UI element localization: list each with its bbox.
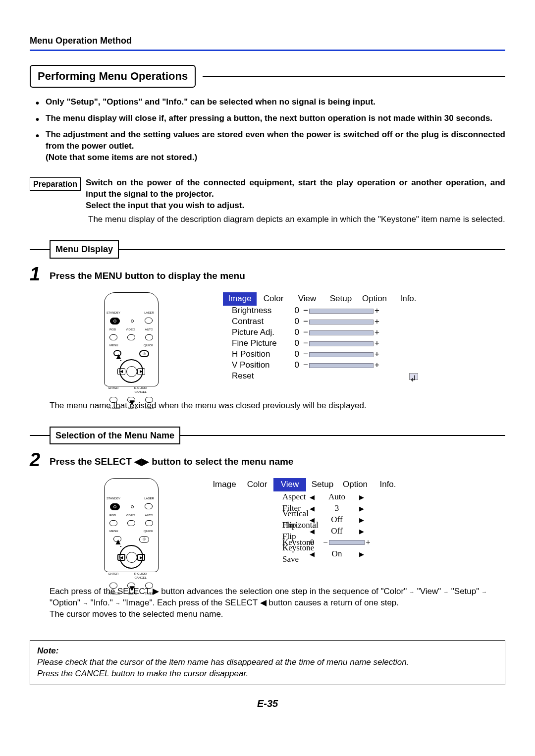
arrow-icon: →: [443, 589, 449, 595]
section-heading: Performing Menu Operations: [30, 65, 505, 88]
menu-item-label: Contrast: [223, 316, 287, 327]
btn-label-laser: LASER: [140, 311, 158, 315]
menu-item-value: On: [322, 548, 352, 560]
btn-label-freeze: FREEZE: [108, 592, 120, 595]
rule: [30, 435, 50, 436]
triangle-right-icon: ▶: [142, 456, 149, 467]
menu-item-value: Auto: [322, 491, 352, 503]
step-instruction: Press the SELECT ◀▶ button to select the…: [50, 450, 293, 468]
minus-icon: −: [302, 349, 309, 360]
plus-icon: +: [374, 338, 380, 349]
menu-item-label: Reset: [223, 371, 287, 382]
triangle-right-icon: [352, 548, 372, 560]
menu-item-value: 0: [287, 305, 302, 317]
menu-tab-color: Color: [241, 478, 273, 491]
menu-tab-image: Image: [223, 292, 257, 306]
auto-button-icon: [145, 334, 153, 340]
slider-icon: [309, 341, 374, 347]
menu-item-row: Picture Adj.0−+: [223, 327, 425, 338]
slider-icon: [309, 352, 374, 358]
subsection-selection-menu-name: Selection of the Menu Name: [30, 427, 505, 444]
menu-items: AspectAuto Filter3 Vertical FlipOff Hori…: [208, 491, 404, 560]
standby-button-icon: [110, 503, 120, 510]
btn-label-rclick: R-CLICK/: [126, 386, 155, 390]
text-fragment: "Setup": [449, 587, 482, 596]
btn-label-laser: LASER: [140, 496, 158, 500]
triangle-left-icon: ◀: [134, 456, 142, 467]
menu-tab-setup: Setup: [306, 478, 339, 491]
btn-label-cancel: CANCEL: [126, 576, 155, 580]
triangle-right-icon: [352, 526, 372, 537]
illustration-row-2: STANDBYLASER RGBVIDEOAUTO MENUQUICK ▲◎ ◀…: [104, 478, 505, 572]
plus-icon: +: [374, 305, 380, 317]
btn-label-video: VIDEO: [126, 513, 135, 517]
minus-icon: −: [302, 360, 309, 371]
note-line: Press the CANCEL button to make the curs…: [37, 668, 498, 680]
bullet-sub-note: (Note that some items are not stored.): [46, 153, 197, 162]
arrow-icon: →: [482, 589, 487, 595]
menu-item-row: Horizontal FlipOff: [208, 526, 404, 537]
dpad-right-icon: ▶: [137, 368, 145, 375]
menu-tab-image: Image: [208, 478, 241, 491]
cancel-button-icon: [145, 397, 153, 403]
menu-item-row: Contrast0−+: [223, 317, 425, 327]
menu-tab-info: Info.: [372, 478, 404, 491]
arrow-icon: →: [409, 589, 415, 595]
indicator-icon: [131, 505, 134, 508]
slider-icon: [309, 330, 374, 336]
text-fragment: "View": [415, 587, 443, 596]
prep-line3: The menu display of the description diag…: [88, 214, 505, 225]
preparation-label: Preparation: [30, 177, 81, 191]
triangle-right-icon: [352, 491, 372, 503]
btn-label-quick: QUICK: [131, 343, 158, 347]
step-number: 1: [30, 265, 50, 283]
triangle-left-icon: ◀: [260, 598, 267, 607]
step-text-b: button to select the menu name: [149, 456, 293, 467]
menu-item-label: Picture Adj.: [223, 327, 287, 338]
menu-item-value: 0: [287, 338, 302, 349]
down-button-icon: ▼: [127, 397, 135, 403]
menu-item-value: 0: [287, 316, 302, 327]
dpad-center-icon: [126, 552, 137, 563]
standby-button-icon: [110, 318, 120, 324]
down-button-icon: ▼: [127, 583, 135, 589]
step-instruction: Press the MENU button to display the men…: [50, 265, 245, 282]
menu-screenshot-view: Image Color View Setup Option Info. Aspe…: [208, 478, 404, 560]
minus-icon: −: [302, 327, 309, 338]
prep-line1: Switch on the power of the connected equ…: [86, 178, 505, 199]
menu-tab-view: View: [290, 292, 324, 306]
triangle-right-icon: [352, 514, 372, 526]
subsection-title: Selection of the Menu Name: [50, 427, 180, 444]
text-fragment: button advances the selection one step i…: [159, 587, 409, 596]
step-2: 2 Press the SELECT ◀▶ button to select t…: [30, 450, 505, 469]
section-title-box: Performing Menu Operations: [30, 65, 196, 88]
btn-label-timer: TIMER: [145, 592, 154, 595]
text-fragment: "Image". Each press of the SELECT: [121, 598, 260, 607]
menu-item-row: V Position0−+: [223, 360, 425, 371]
plus-icon: +: [374, 349, 380, 360]
bullet-item: Only "Setup", "Options" and "Info." can …: [36, 97, 505, 108]
plus-icon: +: [365, 537, 372, 548]
rule: [180, 435, 505, 436]
preparation-text: Switch on the power of the connected equ…: [86, 177, 505, 212]
dpad-left-icon: ◀: [117, 554, 125, 561]
menu-tab-option: Option: [339, 478, 372, 491]
preparation-row: Preparation Switch on the power of the c…: [30, 177, 505, 212]
indicator-icon: [131, 320, 134, 323]
dpad-right-icon: ▶: [137, 554, 145, 561]
menu-tab-setup: Setup: [324, 292, 358, 306]
menu-item-label: Keystone Save: [208, 542, 302, 565]
page-number: E-35: [30, 697, 505, 710]
text-fragment: button causes a return of one step.: [267, 598, 399, 607]
menu-item-label: Fine Picture: [223, 338, 287, 349]
menu-button-icon: ▲: [113, 350, 121, 356]
dpad-icon: ◀ ▶: [119, 359, 143, 383]
menu-item-value: Off: [322, 514, 352, 526]
menu-item-value: 3: [322, 503, 352, 514]
menu-item-row: Brightness0−+: [223, 306, 425, 317]
note-title: Note:: [37, 646, 498, 657]
step-number: 2: [30, 450, 50, 469]
remote-control-diagram: STANDBYLASER RGBVIDEOAUTO MENUQUICK ▲◎ ◀…: [104, 478, 159, 572]
note-box: Note: Please check that the cursor of th…: [30, 640, 505, 685]
triangle-left-icon: [302, 526, 322, 537]
